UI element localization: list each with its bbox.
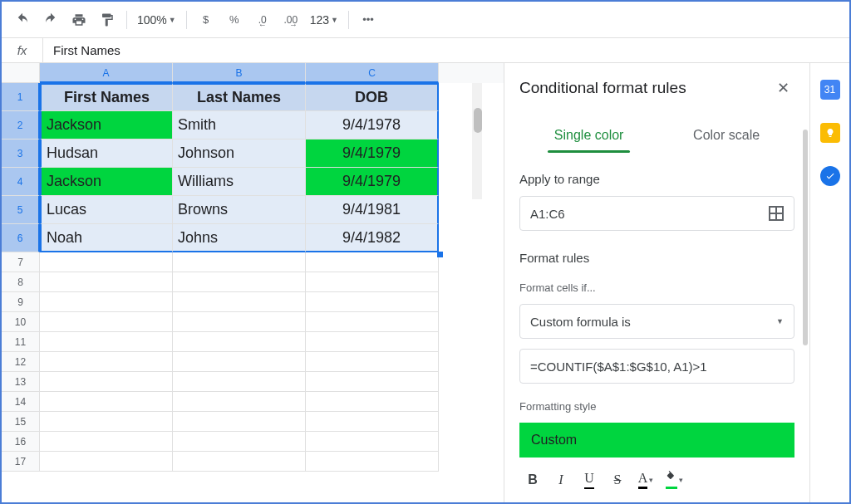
formula-input[interactable]: First Names [43, 43, 849, 57]
row-header[interactable]: 9 [2, 292, 40, 312]
italic-button[interactable]: I [548, 467, 574, 492]
cell-a2[interactable]: Jackson [40, 111, 173, 139]
row-header[interactable]: 2 [2, 111, 40, 139]
cell[interactable] [173, 392, 306, 412]
cell[interactable] [173, 332, 306, 352]
more-toolbar-button[interactable]: ••• [356, 7, 381, 32]
row-header[interactable]: 8 [2, 272, 40, 292]
redo-button[interactable] [38, 7, 63, 32]
row-header[interactable]: 13 [2, 372, 40, 392]
row-header[interactable]: 3 [2, 139, 40, 168]
cell[interactable] [40, 452, 173, 472]
cell[interactable] [306, 432, 439, 452]
number-format-select[interactable]: 123 ▼ [307, 13, 342, 27]
cell-c2[interactable]: 9/4/1978 [306, 111, 439, 139]
spreadsheet-grid[interactable]: A B C 1 First Names Last Names DOB 2 Jac… [2, 63, 504, 502]
row-header[interactable]: 5 [2, 196, 40, 224]
cell[interactable] [173, 452, 306, 472]
zoom-select[interactable]: 100% ▼ [134, 13, 180, 27]
row-header[interactable]: 7 [2, 252, 40, 272]
cell-a6[interactable]: Noah [40, 224, 173, 252]
row-header[interactable]: 16 [2, 432, 40, 452]
tasks-icon[interactable] [820, 166, 840, 186]
style-preview[interactable]: Custom [519, 423, 794, 458]
bold-button[interactable]: B [519, 467, 546, 492]
cell[interactable] [40, 272, 173, 292]
cell-b4[interactable]: Williams [173, 168, 306, 196]
cell-b1[interactable]: Last Names [173, 83, 306, 111]
cell[interactable] [306, 252, 439, 272]
cell-c1[interactable]: DOB [306, 83, 439, 111]
cell-a1[interactable]: First Names [40, 83, 173, 111]
close-button[interactable]: ✕ [772, 74, 794, 102]
cell-c3[interactable]: 9/4/1979 [306, 139, 439, 168]
cell[interactable] [306, 292, 439, 312]
row-header[interactable]: 1 [2, 83, 40, 111]
cell[interactable] [173, 292, 306, 312]
cell[interactable] [306, 332, 439, 352]
cell[interactable] [306, 372, 439, 392]
cell[interactable] [173, 272, 306, 292]
currency-button[interactable]: $ [194, 7, 219, 32]
cell[interactable] [40, 292, 173, 312]
cell[interactable] [173, 412, 306, 432]
column-header-b[interactable]: B [173, 63, 306, 83]
row-header[interactable]: 15 [2, 412, 40, 432]
column-header-a[interactable]: A [40, 63, 173, 83]
row-header[interactable]: 10 [2, 312, 40, 332]
cell[interactable] [40, 352, 173, 372]
cell[interactable] [40, 332, 173, 352]
select-range-icon[interactable] [769, 206, 784, 221]
cell-b3[interactable]: Johnson [173, 139, 306, 168]
row-header[interactable]: 4 [2, 168, 40, 196]
scrollbar-thumb[interactable] [474, 108, 482, 133]
cell[interactable] [40, 432, 173, 452]
selection-handle[interactable] [437, 252, 443, 257]
column-header-c[interactable]: C [306, 63, 439, 83]
cell-a5[interactable]: Lucas [40, 196, 173, 224]
strikethrough-button[interactable]: S [604, 467, 631, 492]
cell[interactable] [40, 392, 173, 412]
row-header[interactable]: 14 [2, 392, 40, 412]
cell[interactable] [173, 252, 306, 272]
cell[interactable] [306, 412, 439, 432]
panel-scrollbar[interactable] [803, 130, 808, 345]
select-all-corner[interactable] [2, 63, 40, 83]
cell[interactable] [173, 372, 306, 392]
cell-c5[interactable]: 9/4/1981 [306, 196, 439, 224]
decrease-decimal-button[interactable]: .0← [250, 7, 275, 32]
paint-format-button[interactable] [95, 7, 120, 32]
keep-icon[interactable] [820, 123, 840, 143]
cell[interactable] [306, 392, 439, 412]
cell-c6[interactable]: 9/4/1982 [306, 224, 439, 252]
cell[interactable] [306, 272, 439, 292]
cell[interactable] [40, 412, 173, 432]
tab-single-color[interactable]: Single color [548, 120, 631, 151]
cell-b6[interactable]: Johns [173, 224, 306, 252]
cell[interactable] [173, 312, 306, 332]
row-header[interactable]: 6 [2, 224, 40, 252]
cell-b5[interactable]: Browns [173, 196, 306, 224]
fill-color-button[interactable]: ▾ [661, 467, 687, 492]
underline-button[interactable]: U [576, 467, 603, 492]
row-header[interactable]: 17 [2, 452, 40, 472]
print-button[interactable] [66, 7, 91, 32]
range-input[interactable]: A1:C6 [519, 196, 794, 231]
cell[interactable] [306, 312, 439, 332]
tab-color-scale[interactable]: Color scale [686, 120, 766, 151]
cell-c4[interactable]: 9/4/1979 [306, 168, 439, 196]
vertical-scrollbar[interactable] [472, 83, 482, 199]
cell-b2[interactable]: Smith [173, 111, 306, 139]
cell[interactable] [40, 312, 173, 332]
formula-input[interactable]: =COUNTIF($A$1:$G$10, A1)>1 [519, 349, 794, 384]
cell-a4[interactable]: Jackson [40, 168, 173, 196]
row-header[interactable]: 11 [2, 332, 40, 352]
cell[interactable] [173, 352, 306, 372]
increase-decimal-button[interactable]: .00→ [278, 7, 303, 32]
cell-a3[interactable]: Hudsan [40, 139, 173, 168]
cell[interactable] [306, 352, 439, 372]
calendar-icon[interactable]: 31 [820, 80, 840, 100]
cell[interactable] [306, 452, 439, 472]
condition-select[interactable]: Custom formula is ▼ [519, 304, 794, 339]
undo-button[interactable] [10, 7, 35, 32]
